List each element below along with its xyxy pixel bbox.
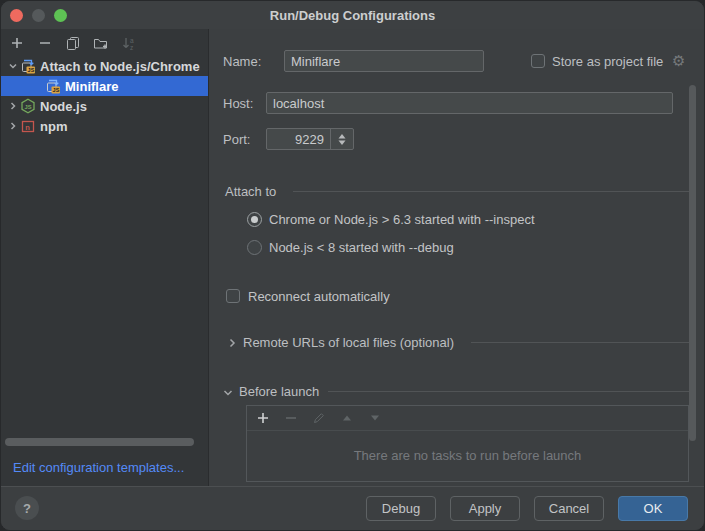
store-as-project-file-label: Store as project file xyxy=(552,54,663,69)
copy-icon[interactable] xyxy=(65,35,81,51)
chevron-right-icon[interactable] xyxy=(6,101,20,111)
move-down-icon[interactable] xyxy=(367,410,383,426)
store-as-project-file-checkbox[interactable] xyxy=(531,54,545,68)
before-launch-toolbar xyxy=(247,406,688,431)
svg-text:a: a xyxy=(130,37,134,44)
svg-text:JS: JS xyxy=(53,87,60,93)
chevron-down-icon[interactable] xyxy=(223,388,233,398)
remove-icon[interactable] xyxy=(37,35,53,51)
svg-text:JS: JS xyxy=(25,104,32,110)
host-label: Host: xyxy=(223,96,253,111)
ok-button[interactable]: OK xyxy=(618,496,688,521)
move-up-icon[interactable] xyxy=(339,410,355,426)
new-folder-icon[interactable] xyxy=(93,35,109,51)
name-label: Name: xyxy=(223,54,261,69)
radio-nodejs-debug[interactable] xyxy=(247,240,262,255)
chevron-right-icon[interactable] xyxy=(6,121,20,131)
spinner-up-icon[interactable] xyxy=(338,134,346,139)
reconnect-automatically-label: Reconnect automatically xyxy=(248,289,390,304)
chevron-down-icon[interactable] xyxy=(6,61,20,71)
radio-label-debug: Node.js < 8 started with --debug xyxy=(269,240,454,255)
port-input[interactable] xyxy=(267,129,330,149)
npm-icon: n xyxy=(20,118,36,134)
remote-urls-section-title[interactable]: Remote URLs of local files (optional) xyxy=(243,335,454,350)
spinner-down-icon[interactable] xyxy=(338,140,346,145)
before-launch-empty-text: There are no tasks to run before launch xyxy=(247,448,688,463)
debug-button[interactable]: Debug xyxy=(366,496,436,521)
reconnect-automatically-checkbox[interactable] xyxy=(226,289,240,303)
add-icon[interactable] xyxy=(9,35,25,51)
tree-item-miniflare[interactable]: JS Miniflare xyxy=(1,76,208,96)
gear-icon[interactable]: ⚙ xyxy=(672,53,685,68)
svg-text:z: z xyxy=(130,44,133,51)
apply-button[interactable]: Apply xyxy=(450,496,520,521)
sidebar-horizontal-scrollbar[interactable] xyxy=(5,438,194,446)
remove-icon[interactable] xyxy=(283,410,299,426)
before-launch-section-title[interactable]: Before launch xyxy=(239,384,319,399)
before-launch-panel: There are no tasks to run before launch xyxy=(246,405,689,482)
tree-item-npm[interactable]: n npm xyxy=(1,116,208,136)
sidebar-toolbar: az xyxy=(9,34,137,52)
attach-to-section-title: Attach to xyxy=(225,184,276,199)
chevron-right-icon[interactable] xyxy=(227,338,237,348)
configurations-tree: JS Attach to Node.js/Chrome JS Miniflare… xyxy=(1,56,208,136)
tree-item-attach-group[interactable]: JS Attach to Node.js/Chrome xyxy=(1,56,208,76)
section-divider xyxy=(293,191,689,192)
dialog-title: Run/Debug Configurations xyxy=(1,8,704,23)
port-spinner-arrows xyxy=(330,129,353,149)
section-divider xyxy=(328,391,689,392)
radio-chrome-or-nodejs-inspect[interactable] xyxy=(247,212,262,227)
port-label: Port: xyxy=(223,132,250,147)
edit-icon[interactable] xyxy=(311,410,327,426)
section-divider xyxy=(471,342,689,343)
tree-item-label: npm xyxy=(40,119,67,134)
add-icon[interactable] xyxy=(255,410,271,426)
dialog-footer: ? Debug Apply Cancel OK xyxy=(1,486,704,530)
tree-item-nodejs[interactable]: JS Node.js xyxy=(1,96,208,116)
nodejs-icon: JS xyxy=(20,98,36,114)
svg-text:n: n xyxy=(25,123,30,132)
port-stepper xyxy=(266,128,354,150)
svg-text:JS: JS xyxy=(28,67,35,73)
edit-configuration-templates-link[interactable]: Edit configuration templates... xyxy=(13,460,184,475)
name-input[interactable] xyxy=(284,50,484,72)
configurations-sidebar: az JS Attach to Node.js/Chrome JS Minifl… xyxy=(1,29,209,486)
host-input[interactable] xyxy=(266,92,673,114)
radio-label-inspect: Chrome or Node.js > 6.3 started with --i… xyxy=(269,212,535,227)
content-vertical-scrollbar[interactable] xyxy=(689,85,696,441)
run-debug-configurations-dialog: Run/Debug Configurations az xyxy=(0,0,705,531)
sort-alphabetically-icon[interactable]: az xyxy=(121,35,137,51)
tree-item-label: Miniflare xyxy=(65,79,118,94)
attach-nodejs-chrome-icon: JS xyxy=(45,78,61,94)
tree-item-label: Node.js xyxy=(40,99,87,114)
tree-item-label: Attach to Node.js/Chrome xyxy=(40,59,200,74)
footer-buttons: Debug Apply Cancel OK xyxy=(366,496,688,521)
title-bar: Run/Debug Configurations xyxy=(1,1,704,29)
cancel-button[interactable]: Cancel xyxy=(534,496,604,521)
attach-nodejs-chrome-icon: JS xyxy=(20,58,36,74)
help-icon[interactable]: ? xyxy=(15,496,39,520)
